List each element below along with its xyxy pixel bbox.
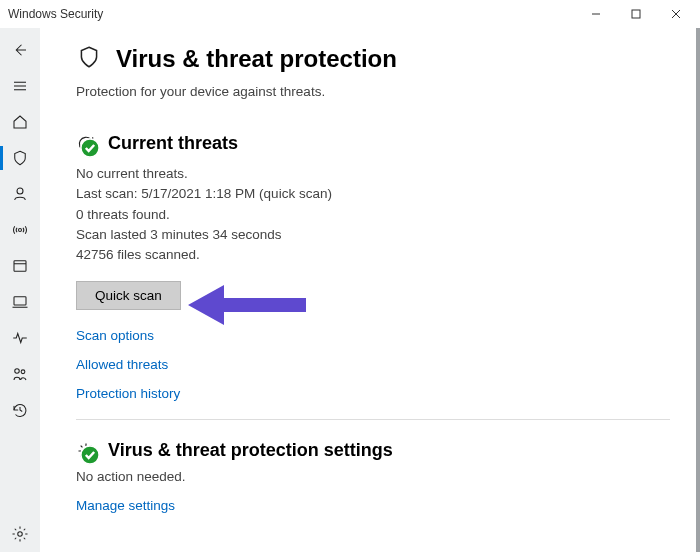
sidebar-item-account-protection[interactable] [0,176,40,212]
gear-shield-icon [76,441,96,461]
sidebar-item-settings[interactable] [0,516,40,552]
back-button[interactable] [0,32,40,68]
scan-options-link[interactable]: Scan options [76,328,670,343]
sidebar-item-device-security[interactable] [0,284,40,320]
protection-history-link[interactable]: Protection history [76,386,670,401]
current-threats-title: Current threats [108,133,238,154]
files-scanned-text: 42756 files scanned. [76,245,670,265]
quick-scan-button[interactable]: Quick scan [76,281,181,310]
svg-rect-9 [14,261,26,272]
page-title: Virus & threat protection [116,45,397,73]
protection-settings-section: Virus & threat protection settings No ac… [76,440,670,513]
last-scan-text: Last scan: 5/17/2021 1:18 PM (quick scan… [76,184,670,204]
page-subtitle: Protection for your device against threa… [76,84,670,99]
protection-settings-status: No action needed. [76,469,670,484]
menu-button[interactable] [0,68,40,104]
scan-duration-text: Scan lasted 3 minutes 34 seconds [76,225,670,245]
window-title: Windows Security [8,7,103,21]
sidebar-item-device-performance[interactable] [0,320,40,356]
svg-rect-11 [14,297,26,305]
titlebar: Windows Security [0,0,700,28]
divider [76,419,670,420]
svg-point-7 [17,188,23,194]
svg-point-13 [15,369,20,374]
svg-point-8 [19,229,22,232]
sidebar-item-protection-history[interactable] [0,392,40,428]
no-threats-text: No current threats. [76,164,670,184]
allowed-threats-link[interactable]: Allowed threats [76,357,670,372]
sidebar [0,28,40,552]
refresh-icon [76,134,96,154]
threats-found-text: 0 threats found. [76,205,670,225]
sidebar-item-app-browser-control[interactable] [0,248,40,284]
sidebar-item-family-options[interactable] [0,356,40,392]
minimize-button[interactable] [576,0,616,28]
sidebar-item-home[interactable] [0,104,40,140]
sidebar-item-virus-protection[interactable] [0,140,40,176]
manage-settings-link[interactable]: Manage settings [76,498,670,513]
svg-point-14 [21,370,25,374]
svg-rect-1 [632,10,640,18]
sidebar-item-firewall[interactable] [0,212,40,248]
current-threats-section: Current threats No current threats. Last… [76,133,670,401]
svg-point-15 [18,532,23,537]
main-content: Virus & threat protection Protection for… [40,28,700,552]
maximize-button[interactable] [616,0,656,28]
shield-icon [76,44,102,74]
close-button[interactable] [656,0,696,28]
protection-settings-title: Virus & threat protection settings [108,440,393,461]
